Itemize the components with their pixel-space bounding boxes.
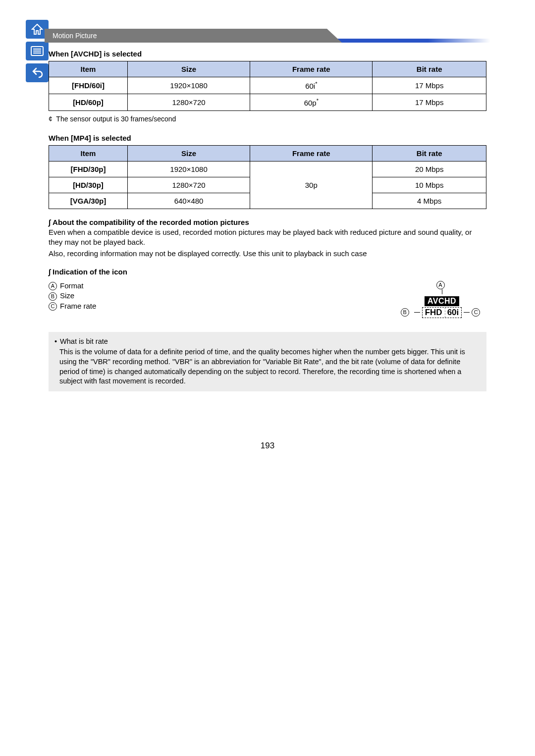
cell-size: 1920×1080 bbox=[127, 162, 250, 177]
breadcrumb: Motion Picture bbox=[45, 29, 342, 43]
section-title-mp4: When [MP4] is selected bbox=[49, 134, 486, 142]
cell-bit: 4 Mbps bbox=[373, 193, 486, 209]
cell-item: [HD/30p] bbox=[49, 177, 128, 193]
cell-size: 640×480 bbox=[127, 193, 250, 209]
cell-size: 1920×1080 bbox=[127, 77, 250, 94]
footnote-avchd: ¢ The sensor output is 30 frames/second bbox=[49, 115, 486, 123]
breadcrumb-text: Motion Picture bbox=[53, 32, 97, 40]
cell-bit: 17 Mbps bbox=[373, 94, 486, 111]
table-row: [HD/60p] 1280×720 60p* 17 Mbps bbox=[49, 94, 486, 111]
indic-legend: AFormat BSize CFrame rate bbox=[49, 279, 397, 318]
cell-item: [VGA/30p] bbox=[49, 193, 128, 209]
table-avchd: Item Size Frame rate Bit rate [FHD/60i] … bbox=[49, 61, 486, 111]
table-mp4: Item Size Frame rate Bit rate [FHD/30p] … bbox=[49, 145, 486, 209]
table-header-row: Item Size Frame rate Bit rate bbox=[49, 61, 486, 77]
info-note: • What is bit rate This is the volume of… bbox=[49, 332, 486, 391]
legend-item: BSize bbox=[49, 291, 397, 301]
th-size: Size bbox=[127, 146, 250, 162]
cell-item: [HD/60p] bbox=[49, 94, 128, 111]
cell-size: 1280×720 bbox=[127, 94, 250, 111]
page-header: Motion Picture bbox=[45, 25, 490, 43]
icon-box: FHD 60i bbox=[422, 307, 462, 318]
note-title: • What is bit rate bbox=[54, 337, 481, 347]
cell-size: 1280×720 bbox=[127, 177, 250, 193]
legend-item: AFormat bbox=[49, 281, 397, 291]
th-frame: Frame rate bbox=[250, 61, 373, 77]
th-bit: Bit rate bbox=[373, 146, 486, 162]
th-frame: Frame rate bbox=[250, 146, 373, 162]
cell-frame-merged: 30p bbox=[250, 162, 373, 209]
cell-frame: 60p* bbox=[250, 94, 373, 111]
cell-bit: 20 Mbps bbox=[373, 162, 486, 177]
section-title-avchd: When [AVCHD] is selected bbox=[49, 50, 486, 58]
cell-item: [FHD/30p] bbox=[49, 162, 128, 177]
page-number: 193 bbox=[49, 441, 486, 451]
cell-bit: 17 Mbps bbox=[373, 77, 486, 94]
th-item: Item bbox=[49, 146, 128, 162]
table-row: [FHD/60i] 1920×1080 60i* 17 Mbps bbox=[49, 77, 486, 94]
indic-figure: A AVCHD B FHD 60i C bbox=[397, 279, 486, 318]
note-body: This is the volume of data for a definit… bbox=[54, 347, 481, 386]
table-row: [FHD/30p] 1920×1080 30p 20 Mbps bbox=[49, 162, 486, 177]
th-item: Item bbox=[49, 61, 128, 77]
compat-p2: Also, recording information may not be d… bbox=[49, 249, 486, 259]
block-title-compat: ∫About the compatibility of the recorded… bbox=[49, 218, 486, 226]
table-header-row: Item Size Frame rate Bit rate bbox=[49, 146, 486, 162]
block-title-indic: ∫Indication of the icon bbox=[49, 268, 486, 276]
compat-p1: Even when a compatible device is used, r… bbox=[49, 227, 486, 248]
cell-frame: 60i* bbox=[250, 77, 373, 94]
avchd-badge: AVCHD bbox=[425, 296, 459, 306]
cell-item: [FHD/60i] bbox=[49, 77, 128, 94]
th-bit: Bit rate bbox=[373, 61, 486, 77]
cell-bit: 10 Mbps bbox=[373, 177, 486, 193]
legend-item: CFrame rate bbox=[49, 301, 397, 312]
th-size: Size bbox=[127, 61, 250, 77]
